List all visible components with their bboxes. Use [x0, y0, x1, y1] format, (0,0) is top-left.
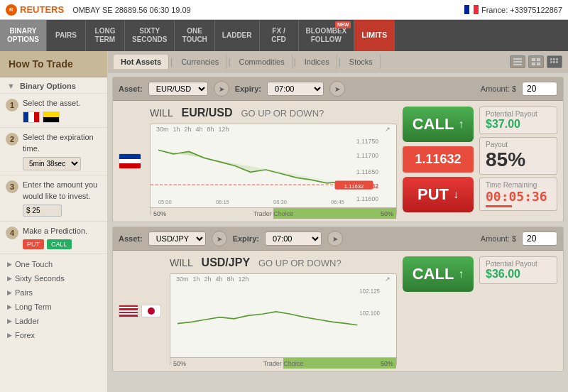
- call-button-2[interactable]: CALL ↑: [403, 256, 474, 292]
- nav-bloombex-follow[interactable]: NEW BLOOMBEX FOLLOW: [299, 20, 355, 51]
- svg-rect-7: [550, 58, 552, 60]
- sidebar-link-forex[interactable]: ▶ Forex: [0, 328, 107, 342]
- will-text-2: WILL USD/JPY GO UP OR DOWN?: [170, 256, 397, 269]
- top-bar: R REUTERS OMBAY SE 28689.56 06:30 19.09 …: [0, 0, 568, 20]
- tab-hot-assets[interactable]: Hot Assets: [114, 55, 169, 69]
- grid-view-icon[interactable]: [528, 55, 544, 68]
- market-title: OMBAY SE 28689.56 06:30 19.09: [72, 6, 464, 14]
- svg-text:06:15: 06:15: [216, 199, 229, 205]
- call-button-sidebar[interactable]: CALL: [47, 239, 72, 249]
- svg-text:1.11650: 1.11650: [356, 168, 378, 175]
- nav-binary-options[interactable]: BINARY OPTIONS: [0, 20, 47, 51]
- asset-label-2: Asset:: [119, 234, 143, 243]
- nav-ladder[interactable]: LADDER: [215, 20, 260, 51]
- asset-select-1[interactable]: EUR/USD: [148, 82, 208, 96]
- step-text-2: Select the expiration time. 5min 38sec: [23, 132, 102, 170]
- sidebar-link-pairs[interactable]: ▶ Pairs: [0, 285, 107, 300]
- france-flag: [464, 5, 479, 14]
- expiry-select-2[interactable]: 07:00: [265, 232, 322, 246]
- step-1: 1 Select the asset.: [0, 94, 107, 128]
- sidebar-link-one-touch[interactable]: ▶ One Touch: [0, 257, 107, 271]
- flag-container-1: [119, 107, 141, 216]
- asset-tabs: Hot Assets | Currencies | Commodities | …: [108, 51, 568, 72]
- payout-box-1: Payout 85%: [479, 137, 557, 175]
- call-button-1[interactable]: CALL ↑: [403, 107, 474, 142]
- svg-rect-4: [537, 58, 540, 61]
- timer-bar-1: [486, 205, 512, 207]
- potential-payout-box-1: Potential Payout $37.00: [479, 107, 557, 134]
- tab-commodities[interactable]: Commodities: [232, 55, 293, 69]
- amount-label-2: Amount: $: [481, 234, 516, 243]
- time-remaining-box-1: Time Remaining 00:05:36: [479, 178, 557, 211]
- step-3: 3 Enter the amount you would like to inv…: [0, 175, 107, 222]
- svg-rect-9: [556, 58, 558, 60]
- arrow-icon: ▶: [7, 317, 12, 325]
- expiry-next-1[interactable]: ➤: [329, 81, 345, 97]
- amount-input-sidebar[interactable]: [23, 205, 62, 217]
- nav-limits[interactable]: LIMITS: [354, 20, 395, 51]
- tab-stocks[interactable]: Stocks: [342, 55, 381, 69]
- put-button-sidebar[interactable]: PUT: [23, 239, 44, 249]
- nav-long-term[interactable]: LONG TERM: [86, 20, 125, 51]
- expiry-label-2: Expiry:: [233, 234, 259, 243]
- content-area: How To Trade ▼ Binary Options 1 Select t…: [0, 51, 568, 392]
- country-phone: France: +33975122867: [481, 6, 562, 14]
- will-text-1: WILL EUR/USD GO UP OR DOWN?: [150, 107, 397, 119]
- nav-sixty-seconds[interactable]: SIXTY SECONDS: [125, 20, 175, 51]
- trade-actions-2: CALL ↑: [403, 256, 474, 366]
- chart-area-2: WILL USD/JPY GO UP OR DOWN? 30m 1h 2h 4h…: [170, 256, 397, 366]
- expiry-next-2[interactable]: ➤: [327, 231, 343, 246]
- trade-header-eurusd: Asset: EUR/USD ➤ Expiry: 07:00 ➤ Amount:…: [113, 77, 563, 101]
- put-button-1[interactable]: PUT ↓: [403, 177, 474, 212]
- svg-text:1.11600: 1.11600: [356, 195, 378, 202]
- time-labels-2: 30m 1h 2h 4h 8h 12h ↗: [170, 274, 396, 284]
- eu-flag-1: [119, 153, 141, 169]
- trader-choice-2: 50% Trader Choice 50%: [170, 357, 396, 369]
- chart-wrapper-2: 30m 1h 2h 4h 8h 12h ↗ 102.125 102.100: [170, 273, 397, 366]
- svg-rect-5: [532, 62, 535, 65]
- amount-input-1[interactable]: [522, 82, 557, 96]
- step-num-2: 2: [6, 133, 18, 146]
- asset-next-1[interactable]: ➤: [214, 81, 229, 97]
- arrow-icon: ▶: [7, 275, 12, 282]
- step-num-3: 3: [6, 180, 18, 193]
- sidebar-link-ladder[interactable]: ▶ Ladder: [0, 314, 107, 328]
- svg-text:06:45: 06:45: [331, 199, 344, 205]
- nav-pairs[interactable]: PAIRS: [47, 20, 86, 51]
- sidebar-link-long-term[interactable]: ▶ Long Term: [0, 300, 107, 314]
- expiry-label-1: Expiry:: [235, 85, 261, 93]
- arrow-icon: ▶: [7, 289, 12, 296]
- trade-info-2: Potential Payout $36.00: [479, 256, 557, 366]
- svg-text:1.11700: 1.11700: [356, 152, 378, 159]
- trade-info-1: Potential Payout $37.00 Payout 85% Time …: [479, 107, 557, 216]
- list-view-icon[interactable]: [510, 55, 525, 68]
- expiry-select-1[interactable]: 07:00: [267, 82, 324, 96]
- svg-text:102.125: 102.125: [359, 288, 380, 295]
- trader-choice-1: 50% Trader Choice 50%: [151, 207, 396, 219]
- svg-rect-12: [556, 61, 558, 63]
- svg-text:05:00: 05:00: [158, 199, 172, 205]
- price-badge-1: 1.11632: [403, 146, 474, 173]
- flag-container-2: [119, 256, 161, 366]
- svg-text:1.11750: 1.11750: [356, 138, 378, 145]
- expiry-select[interactable]: 5min 38sec: [23, 157, 81, 170]
- sidebar-title: How To Trade: [0, 51, 107, 77]
- svg-rect-10: [550, 61, 552, 63]
- step-text-3: Enter the amount you would like to inves…: [23, 180, 102, 217]
- compact-view-icon[interactable]: [547, 55, 562, 68]
- tab-indices[interactable]: Indices: [297, 55, 337, 69]
- arrow-icon: ▶: [7, 303, 12, 310]
- svg-text:102.100: 102.100: [359, 310, 380, 317]
- asset-label-1: Asset:: [119, 85, 143, 93]
- sidebar-link-sixty-seconds[interactable]: ▶ Sixty Seconds: [0, 271, 107, 285]
- asset-select-2[interactable]: USD/JPY: [148, 232, 206, 246]
- price-chart-1: 1.11750 1.11700 1.11650 1.11632 1.11600 …: [151, 134, 396, 205]
- nav-fx-cfd[interactable]: FX / CFD: [260, 20, 299, 51]
- flag-box: France: +33975122867: [464, 5, 562, 14]
- nav-one-touch[interactable]: ONE TOUCH: [175, 20, 214, 51]
- tab-currencies[interactable]: Currencies: [174, 55, 226, 69]
- asset-next-2[interactable]: ➤: [212, 231, 227, 246]
- amount-input-2[interactable]: [522, 232, 557, 246]
- time-labels-1: 30m 1h 2h 4h 8h 12h ↗: [151, 124, 396, 134]
- reuters-text: REUTERS: [20, 4, 64, 15]
